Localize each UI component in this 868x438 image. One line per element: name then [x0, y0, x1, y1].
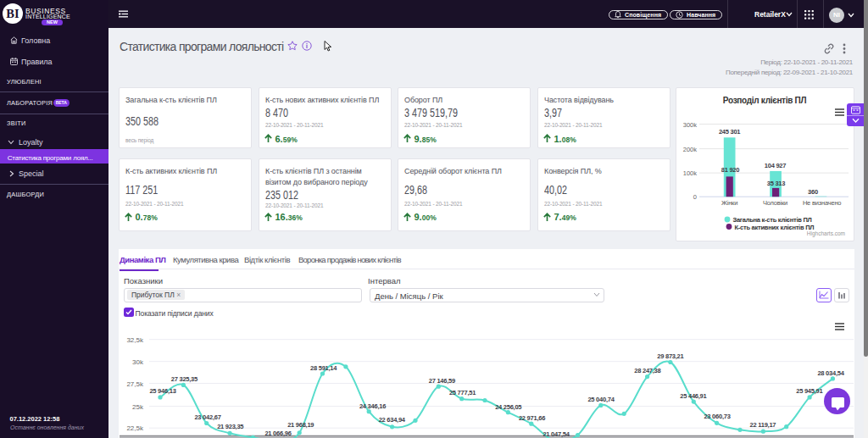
- svg-text:22 634,94: 22 634,94: [379, 416, 406, 424]
- svg-text:104 927: 104 927: [765, 162, 786, 169]
- svg-text:100k: 100k: [683, 169, 698, 177]
- svg-text:30k: 30k: [132, 358, 144, 366]
- svg-text:28 591,14: 28 591,14: [310, 364, 337, 372]
- svg-text:24 256,05: 24 256,05: [495, 403, 521, 411]
- svg-text:Чоловіки: Чоловіки: [763, 199, 787, 207]
- svg-text:200k: 200k: [683, 146, 698, 153]
- svg-text:К-сть активних клієнтів ПЛ: К-сть активних клієнтів ПЛ: [735, 224, 815, 231]
- svg-text:25 777,51: 25 777,51: [449, 389, 476, 396]
- svg-text:23 060,73: 23 060,73: [704, 413, 730, 420]
- svg-text:Розподіл клієнтів ПЛ: Розподіл клієнтів ПЛ: [723, 96, 807, 105]
- svg-text:25 945,91: 25 945,91: [796, 387, 822, 395]
- svg-text:23 042,67: 23 042,67: [194, 413, 220, 421]
- svg-text:29 873,21: 29 873,21: [657, 352, 683, 360]
- svg-text:360: 360: [808, 188, 818, 196]
- svg-text:21 066,96: 21 066,96: [264, 430, 291, 437]
- svg-text:25k: 25k: [132, 403, 144, 411]
- svg-text:25 040,74: 25 040,74: [587, 396, 615, 403]
- svg-text:21 968,19: 21 968,19: [287, 421, 314, 429]
- svg-text:24 346,16: 24 346,16: [359, 402, 386, 410]
- svg-text:27 146,59: 27 146,59: [429, 377, 455, 385]
- svg-text:22 971,66: 22 971,66: [519, 414, 545, 422]
- svg-text:0: 0: [693, 193, 697, 201]
- svg-text:32,5k: 32,5k: [126, 336, 144, 344]
- svg-text:Жінки: Жінки: [721, 199, 737, 207]
- svg-text:245 301: 245 301: [719, 128, 740, 136]
- svg-text:22 119,17: 22 119,17: [750, 421, 776, 429]
- svg-text:27 325,35: 27 325,35: [171, 375, 198, 383]
- svg-text:Не визначено: Не визначено: [803, 199, 841, 207]
- svg-text:Highcharts.com: Highcharts.com: [807, 230, 845, 237]
- svg-text:22,5k: 22,5k: [126, 424, 144, 432]
- svg-text:21 047,54: 21 047,54: [542, 430, 570, 438]
- svg-text:28 247,38: 28 247,38: [634, 367, 660, 374]
- svg-text:81 920: 81 920: [721, 166, 740, 174]
- svg-text:27,5k: 27,5k: [126, 380, 144, 388]
- svg-text:25 946,13: 25 946,13: [149, 387, 175, 395]
- svg-text:21 923,35: 21 923,35: [217, 423, 243, 430]
- svg-text:300k: 300k: [683, 121, 698, 129]
- svg-text:25 446,91: 25 446,91: [680, 392, 706, 400]
- svg-text:28 034,54: 28 034,54: [817, 369, 844, 377]
- svg-text:35 313: 35 313: [767, 180, 786, 187]
